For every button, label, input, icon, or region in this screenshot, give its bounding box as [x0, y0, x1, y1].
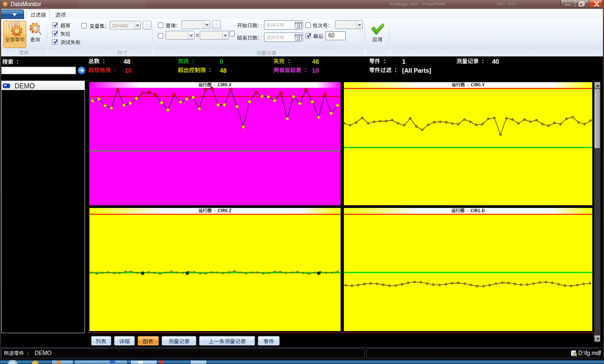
svg-text:15: 15	[296, 36, 301, 40]
svg-text:15: 15	[296, 24, 301, 28]
